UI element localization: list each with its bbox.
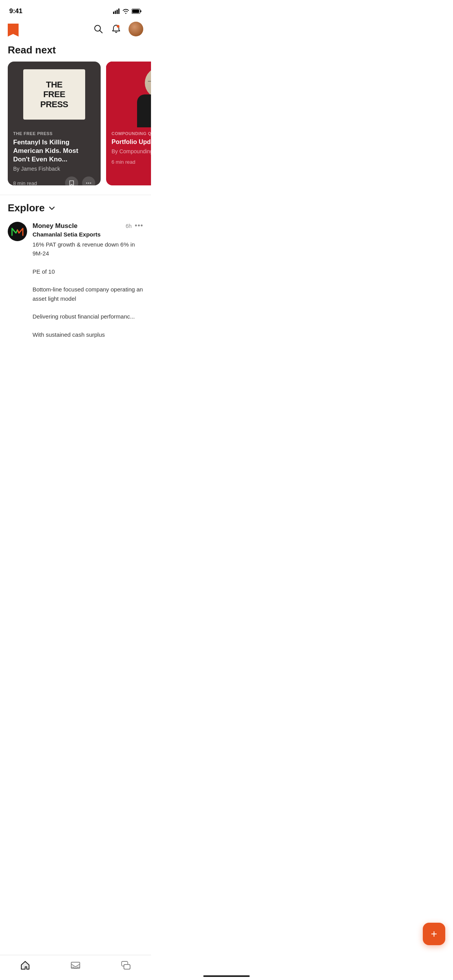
card-2-headline: Portfolio Updat... [112, 138, 151, 146]
svg-rect-6 [132, 10, 139, 13]
card-2-content: COMPOUNDING QU... Portfolio Updat... By … [106, 127, 151, 170]
pub-avatar-money-muscle [8, 222, 27, 241]
card-2-footer: 6 min read [112, 159, 151, 165]
card-1-content: THE FREE PRESS Fentanyl Is Killing Ameri… [8, 127, 101, 185]
status-bar: 9:41 [0, 0, 151, 19]
chevron-down-icon [48, 204, 56, 212]
card-1-read-time: 8 min read [13, 180, 37, 185]
explore-item-1[interactable]: Money Muscle 6h ••• Chamanlal Setia Expo… [0, 219, 151, 339]
svg-rect-2 [117, 10, 118, 14]
card-2-author: By Compounding... [112, 148, 151, 154]
free-press-logo-text: THEFREEPRESS [40, 80, 68, 109]
pub-content-money-muscle: Money Muscle 6h ••• Chamanlal Setia Expo… [33, 222, 143, 339]
money-muscle-logo [10, 224, 24, 238]
top-nav [0, 19, 151, 41]
card-2-publication: COMPOUNDING QU... [112, 131, 151, 136]
article-card-2[interactable]: COMPOUNDING QU... Portfolio Updat... By … [106, 62, 151, 185]
pub-header-row: Money Muscle 6h ••• [33, 222, 143, 230]
logo-bookmark [8, 24, 19, 37]
search-button[interactable] [93, 24, 104, 34]
pub-body-text: 16% PAT growth & revenue down 6% in 9M-2… [33, 241, 143, 338]
status-time: 9:41 [9, 7, 22, 15]
more-icon [86, 180, 92, 185]
notifications-button[interactable] [111, 24, 122, 34]
pub-name: Money Muscle [33, 222, 77, 230]
svg-line-8 [100, 31, 103, 33]
card-2-read-time: 6 min read [112, 159, 135, 165]
pub-more-button[interactable]: ••• [135, 222, 143, 230]
free-press-logo: THEFREEPRESS [23, 69, 85, 120]
app-logo[interactable] [8, 26, 19, 32]
bookmark-icon [69, 180, 75, 185]
cards-scroll[interactable]: THEFREEPRESS THE FREE PRESS Fentanyl Is … [0, 62, 151, 193]
article-card-1[interactable]: THEFREEPRESS THE FREE PRESS Fentanyl Is … [8, 62, 101, 185]
card-1-author: By James Fishback [13, 166, 95, 172]
svg-rect-3 [118, 9, 120, 14]
bell-icon [111, 24, 121, 34]
explore-chevron-button[interactable] [48, 204, 56, 212]
svg-point-9 [117, 25, 120, 28]
svg-point-10 [86, 183, 88, 184]
explore-title: Explore [8, 202, 45, 214]
read-next-title: Read next [8, 44, 143, 56]
pub-subtitle: Chamanlal Setia Exports [33, 231, 143, 238]
pub-time: 6h [126, 223, 132, 229]
user-avatar[interactable] [129, 22, 143, 36]
card-1-image: THEFREEPRESS [8, 62, 101, 127]
svg-rect-1 [115, 11, 116, 14]
pub-meta: 6h ••• [126, 222, 143, 230]
search-icon [93, 24, 103, 34]
wifi-icon [122, 9, 129, 14]
signal-icon [113, 9, 120, 14]
card-1-footer: 8 min read [13, 176, 95, 185]
card-1-more-button[interactable] [82, 176, 95, 185]
pub-body: 16% PAT growth & revenue down 6% in 9M-2… [33, 240, 143, 339]
svg-point-12 [90, 183, 91, 184]
card-1-headline: Fentanyl Is Killing American Kids. Most … [13, 138, 95, 164]
card-2-image [106, 62, 151, 127]
card-1-actions [65, 176, 95, 185]
svg-point-11 [88, 183, 89, 184]
nav-actions [93, 22, 143, 36]
avatar-image [129, 22, 143, 36]
card-1-bookmark-button[interactable] [65, 176, 78, 185]
svg-rect-0 [113, 12, 114, 14]
battery-icon [132, 9, 142, 14]
status-icons [113, 9, 142, 14]
svg-rect-5 [141, 10, 142, 12]
card-1-publication: THE FREE PRESS [13, 131, 95, 136]
explore-header: Explore [0, 195, 151, 219]
read-next-header: Read next [0, 41, 151, 62]
